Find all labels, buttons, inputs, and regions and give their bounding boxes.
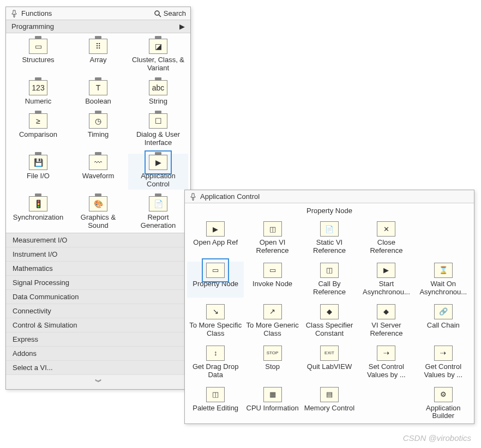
palette-item-icon: ◫ [206, 387, 225, 402]
palette-item-label: CPU Information [246, 404, 299, 413]
palette-item[interactable]: ⇢Get Control Values by ... [415, 344, 472, 380]
palette-item-label: VI Server Reference [360, 322, 412, 338]
palette-item[interactable]: ▶Application Control [128, 154, 188, 190]
category-row[interactable]: Signal Processing [6, 276, 190, 290]
palette-item [358, 386, 414, 422]
palette-item-icon: ☐ [149, 113, 167, 129]
palette-item-icon: ▶ [206, 221, 225, 237]
category-row[interactable]: Addons [6, 347, 190, 361]
category-row[interactable]: Instrument I/O [6, 247, 190, 262]
palette-item[interactable]: EXITQuit LabVIEW [301, 344, 358, 380]
palette-item-icon: ◆ [377, 304, 395, 319]
palette-item[interactable]: ↕Get Drag Drop Data [187, 344, 244, 380]
palette-item-icon: ▦ [263, 387, 282, 402]
palette-item[interactable]: ▭Invoke Node [244, 262, 300, 298]
palette-item[interactable]: ◪Cluster, Class, & Variant [128, 38, 188, 74]
palette-item-label: Numeric [25, 98, 51, 106]
palette-item[interactable]: ▭Property Node [187, 262, 244, 298]
palette-item-icon: ▶ [377, 263, 395, 278]
palette-item[interactable]: ◫Open VI Reference [244, 220, 300, 256]
palette-item-label: Close Reference [360, 239, 412, 255]
palette-item[interactable]: ▶Open App Ref [187, 220, 244, 256]
category-row[interactable]: Select a VI... [6, 361, 190, 375]
palette-item-label: Stop [265, 363, 280, 371]
palette-item[interactable]: ▭Structures [8, 38, 68, 74]
appctrl-title: Application Control [200, 192, 260, 201]
palette-item[interactable]: ▶Start Asynchronou... [358, 262, 414, 298]
palette-item-label: Open VI Reference [246, 239, 298, 255]
palette-item-label: Property Node [193, 280, 238, 288]
palette-item[interactable]: 📄Static VI Reference [301, 220, 358, 256]
functions-titlebar: Functions Search [6, 7, 190, 20]
palette-item-icon: ⇢ [377, 346, 395, 361]
palette-item[interactable]: ◫Palette Editing [187, 386, 244, 422]
palette-item[interactable]: ▤Memory Control [301, 386, 358, 422]
svg-point-0 [155, 11, 159, 15]
palette-item-label: Synchronization [13, 214, 64, 222]
search-button[interactable]: Search [154, 9, 186, 17]
palette-item[interactable]: ⠿Array [68, 38, 128, 74]
palette-item-label: Waveform [82, 172, 115, 180]
palette-item[interactable]: ↗To More Generic Class [244, 303, 300, 339]
palette-item[interactable]: ▦CPU Information [244, 386, 300, 422]
category-row[interactable]: Measurement I/O [6, 233, 190, 247]
search-label: Search [164, 9, 186, 17]
palette-item[interactable]: ✕Close Reference [358, 220, 414, 256]
category-bar[interactable]: Programming ▶ [6, 20, 190, 33]
palette-item[interactable]: abcString [128, 79, 188, 107]
palette-item-label: Static VI Reference [303, 239, 356, 255]
pin-icon[interactable] [10, 10, 18, 17]
palette-item[interactable]: 📄Report Generation [128, 195, 188, 231]
pin-icon[interactable] [189, 193, 197, 201]
palette-item-icon: ▤ [320, 387, 339, 402]
palette-item[interactable]: 🚦Synchronization [8, 195, 68, 231]
palette-item[interactable]: ◆VI Server Reference [358, 303, 414, 339]
palette-item[interactable]: ⚙Application Builder [415, 386, 472, 422]
palette-item[interactable]: 123Numeric [8, 79, 68, 107]
category-row[interactable]: Connectivity [6, 304, 190, 318]
palette-item[interactable]: ☐Dialog & User Interface [128, 112, 188, 148]
palette-item[interactable]: TBoolean [68, 79, 128, 107]
palette-item-label: Memory Control [304, 404, 354, 413]
palette-item[interactable]: 🎨Graphics & Sound [68, 195, 128, 231]
selection-heading: Property Node [185, 203, 474, 216]
palette-item[interactable]: ↘To More Specific Class [187, 303, 244, 339]
palette-item-label: To More Specific Class [189, 322, 242, 338]
palette-item[interactable]: 〰Waveform [68, 154, 128, 190]
palette-item-label: Palette Editing [193, 404, 238, 413]
palette-item[interactable]: ⌛Wait On Asynchronou... [415, 262, 472, 298]
palette-item-label: Dialog & User Interface [130, 131, 186, 147]
chevron-right-icon: ▶ [179, 22, 185, 31]
palette-item-icon: ⌛ [434, 263, 453, 278]
palette-item[interactable]: ◷Timing [68, 112, 128, 148]
palette-item[interactable]: ≥Comparison [8, 112, 68, 148]
palette-item-icon: ↘ [206, 304, 225, 319]
palette-item-icon: ↗ [263, 304, 282, 319]
palette-item-icon: ▶ [149, 155, 167, 170]
palette-item-icon: EXIT [320, 346, 339, 361]
category-row[interactable]: Data Communication [6, 290, 190, 304]
palette-item-label: Wait On Asynchronou... [417, 280, 470, 296]
palette-item-icon: 123 [29, 80, 47, 95]
palette-item-label: Get Control Values by ... [417, 363, 470, 379]
programming-grid: ▭Structures⠿Array◪Cluster, Class, & Vari… [6, 33, 190, 233]
palette-item-icon: ◫ [320, 263, 339, 278]
palette-item[interactable]: ⇢Set Control Values by ... [358, 344, 414, 380]
palette-item[interactable]: 💾File I/O [8, 154, 68, 190]
palette-item[interactable]: ◆Class Specifier Constant [301, 303, 358, 339]
category-row[interactable]: Express [6, 332, 190, 347]
category-row[interactable]: Control & Simulation [6, 318, 190, 332]
svg-line-1 [159, 15, 161, 17]
palette-item-icon: ↕ [206, 346, 225, 361]
functions-title: Functions [21, 9, 52, 17]
palette-item-label: Open App Ref [193, 239, 238, 247]
palette-item-icon: ⠿ [89, 39, 107, 54]
palette-item[interactable]: STOPStop [244, 344, 300, 380]
category-row[interactable]: Mathematics [6, 262, 190, 276]
palette-item-icon: ▭ [206, 263, 225, 278]
palette-item-label: Comparison [19, 131, 57, 139]
palette-item[interactable]: 🔗Call Chain [415, 303, 472, 339]
expand-button[interactable]: ︾ [6, 375, 190, 389]
palette-item[interactable]: ◫Call By Reference [301, 262, 358, 298]
palette-item-label: To More Generic Class [246, 322, 298, 338]
